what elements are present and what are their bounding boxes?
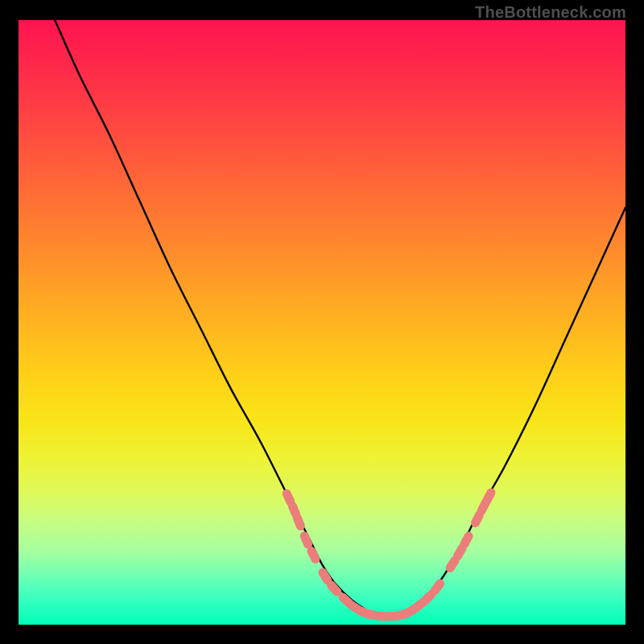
chart-svg bbox=[19, 20, 625, 625]
chart-frame: TheBottleneck.com bbox=[0, 0, 644, 644]
scatter-points bbox=[281, 487, 497, 622]
bottleneck-curve bbox=[55, 20, 625, 619]
watermark-text: TheBottleneck.com bbox=[475, 3, 626, 22]
